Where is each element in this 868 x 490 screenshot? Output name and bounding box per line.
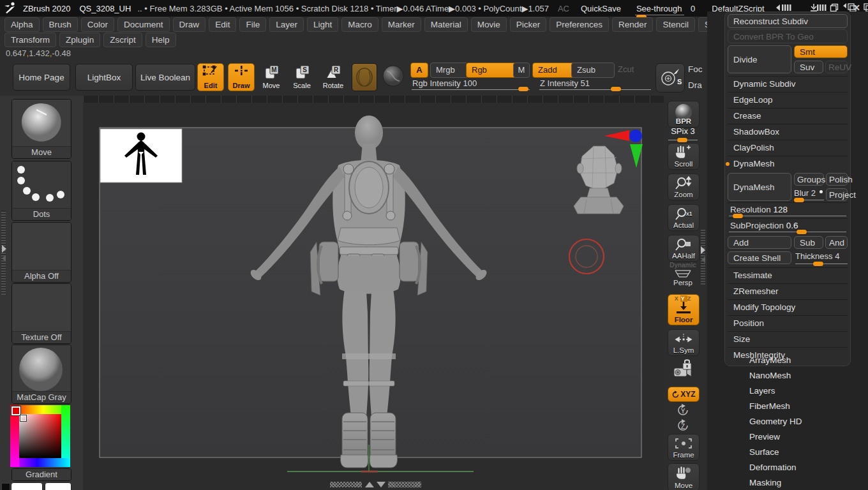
section-shadowbox[interactable]: ShadowBox: [728, 124, 848, 140]
actual-size-button[interactable]: x1 Actual: [668, 204, 700, 231]
section-modify-topology[interactable]: Modify Topology: [728, 299, 848, 315]
subprojection-slider[interactable]: SubProjection 0.6: [728, 218, 848, 234]
section-position[interactable]: Position: [728, 315, 848, 331]
subpalette-deformation[interactable]: Deformation: [724, 460, 851, 475]
suv-toggle[interactable]: Suv: [794, 61, 823, 73]
groups-toggle[interactable]: Groups: [794, 173, 824, 186]
menu-preferences[interactable]: Preferences: [550, 17, 609, 32]
menu-layer[interactable]: Layer: [269, 17, 304, 32]
zoom-button[interactable]: Zoom: [668, 174, 700, 200]
rgb-button[interactable]: Rgb: [466, 63, 517, 78]
section-dynamesh[interactable]: DynaMesh: [728, 156, 848, 172]
lightbox-button[interactable]: LightBox: [75, 64, 133, 91]
menu-edit[interactable]: Edit: [209, 17, 236, 32]
live-boolean-button[interactable]: Live Boolean: [135, 64, 195, 91]
frame-button[interactable]: Frame: [668, 434, 700, 461]
left-tray-expand-arrow[interactable]: [2, 245, 6, 253]
alpha-selector[interactable]: Alpha Off: [11, 222, 71, 283]
color-picker[interactable]: [10, 405, 70, 467]
zsub-button[interactable]: Zsub: [571, 63, 615, 78]
brush-selector[interactable]: Move: [11, 99, 71, 159]
left-tray-divider[interactable]: [1, 211, 6, 295]
texture-selector[interactable]: Texture Off: [11, 283, 71, 344]
document-viewport[interactable]: [83, 103, 664, 490]
subpalette-nanomesh[interactable]: NanoMesh: [724, 368, 851, 383]
quicksave-button[interactable]: QuickSave: [581, 4, 621, 13]
menu-material[interactable]: Material: [424, 17, 468, 32]
hue-selector[interactable]: [11, 406, 20, 415]
material-sphere-icon[interactable]: [382, 64, 405, 87]
menu-light[interactable]: Light: [307, 17, 338, 32]
subpalette-arraymesh[interactable]: ArrayMesh: [724, 353, 851, 368]
canvas-hscrollbar-left[interactable]: [330, 482, 362, 487]
spix-handle[interactable]: [677, 138, 687, 142]
local-symmetry-button[interactable]: L.Sym: [668, 329, 700, 356]
reconstruct-subdiv-button[interactable]: Reconstruct Subdiv: [728, 14, 848, 28]
canvas-area[interactable]: [83, 96, 664, 490]
menu-zplugin[interactable]: Zplugin: [59, 33, 100, 47]
scale-mode-button[interactable]: S Scale: [290, 64, 314, 89]
subpalette-layers[interactable]: Layers: [724, 383, 851, 399]
stroke-lazy-button[interactable]: S: [655, 63, 685, 93]
menu-zscript[interactable]: Zscript: [103, 33, 142, 47]
right-tray-expand-arrow[interactable]: [701, 246, 705, 254]
create-shell-button[interactable]: Create Shell: [728, 251, 791, 264]
rotate-mode-button[interactable]: R Rotate: [320, 64, 346, 89]
section-tessimate[interactable]: Tessimate: [728, 267, 848, 283]
move-doc-button[interactable]: Move: [668, 463, 700, 490]
draw-mode-button[interactable]: Draw: [228, 63, 255, 91]
menu-picker[interactable]: Picker: [510, 17, 547, 32]
document-thumbnail[interactable]: [100, 129, 182, 182]
menu-help[interactable]: Help: [146, 33, 176, 47]
section-size[interactable]: Size: [728, 331, 848, 347]
aahalf-button[interactable]: AAHalf: [668, 235, 700, 262]
menu-document[interactable]: Document: [117, 17, 170, 32]
current-material-thumbnail[interactable]: [352, 63, 377, 91]
stroke-selector[interactable]: Dots: [11, 161, 71, 221]
subpalette-geometry-hd[interactable]: Geometry HD: [724, 414, 851, 429]
menu-draw[interactable]: Draw: [173, 17, 206, 32]
menu-stencil[interactable]: Stencil: [656, 17, 695, 32]
hue-border-bottom[interactable]: [10, 458, 70, 467]
rgb-intensity-handle[interactable]: [518, 87, 528, 91]
subpalette-surface[interactable]: Surface: [724, 445, 851, 460]
divide-button[interactable]: Divide: [728, 45, 791, 73]
alt-color-swatch[interactable]: [45, 482, 71, 490]
dynamesh-button[interactable]: DynaMesh: [728, 173, 791, 201]
section-crease[interactable]: Crease: [728, 108, 848, 124]
spix-slider[interactable]: SPix 3: [668, 126, 698, 143]
mrgb-button[interactable]: Mrgb: [430, 63, 468, 78]
menu-brush[interactable]: Brush: [43, 17, 78, 32]
project-toggle[interactable]: Project: [826, 188, 848, 201]
material-selector[interactable]: MatCap Gray: [11, 345, 71, 404]
z-intensity-slider[interactable]: Z Intensity 51: [540, 78, 590, 88]
gradient-button[interactable]: Gradient: [11, 468, 71, 481]
right-tray-collapse-arrow[interactable]: [701, 256, 705, 263]
section-edgeloop[interactable]: EdgeLoop: [728, 92, 848, 108]
menu-transform[interactable]: Transform: [4, 33, 56, 47]
and-mode-button[interactable]: And: [825, 236, 848, 249]
canvas-scroll-down-arrow[interactable]: [377, 482, 385, 487]
menu-file[interactable]: File: [239, 17, 266, 32]
section-claypolish[interactable]: ClayPolish: [728, 140, 848, 156]
smt-toggle[interactable]: Smt: [794, 45, 848, 58]
see-through-slider[interactable]: See-through 0: [635, 4, 695, 13]
section-zremesher[interactable]: ZRemesher: [728, 283, 848, 299]
left-tray-collapse-arrow[interactable]: [2, 255, 6, 262]
add-mode-button[interactable]: Add: [728, 236, 791, 249]
m-button[interactable]: M: [513, 63, 530, 78]
blur-handle[interactable]: [794, 198, 804, 202]
move-mode-button[interactable]: M Move: [259, 64, 283, 89]
secondary-color-chip[interactable]: [1, 483, 10, 490]
thickness-slider[interactable]: Thickness 4: [795, 251, 848, 264]
home-page-button[interactable]: Home Page: [13, 64, 70, 91]
rotate-y-button[interactable]: Y: [668, 403, 698, 417]
subpalette-fibermesh[interactable]: FiberMesh: [724, 399, 851, 414]
thickness-handle[interactable]: [813, 262, 823, 266]
main-color-swatch[interactable]: [11, 482, 43, 490]
menu-render[interactable]: Render: [612, 17, 653, 32]
camera-lock-button[interactable]: [668, 357, 698, 382]
rgb-intensity-slider[interactable]: Rgb Intensity 100: [412, 78, 477, 88]
anchor-a-button[interactable]: A: [410, 63, 428, 78]
resolution-handle[interactable]: [733, 214, 743, 218]
